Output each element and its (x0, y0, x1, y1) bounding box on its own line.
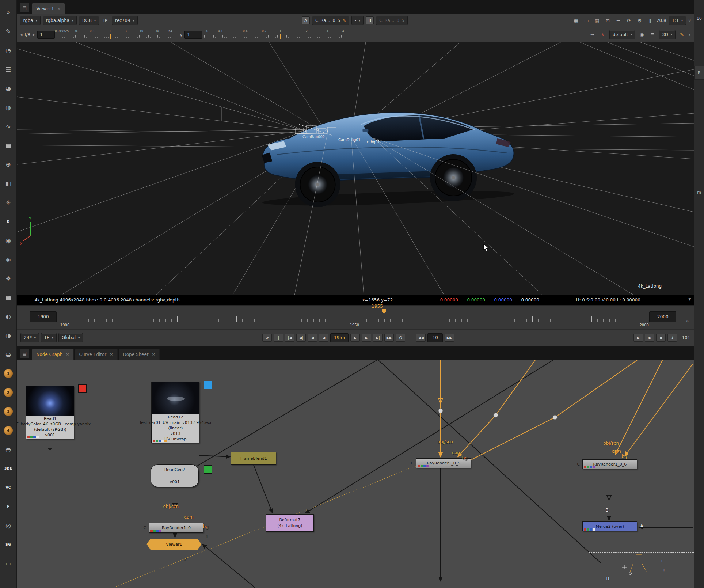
draw-icon[interactable]: ✎ (1, 22, 16, 41)
timeline-collapse-chevrons-icon[interactable]: » (685, 320, 690, 322)
save-range-button[interactable]: ↓ (667, 334, 677, 342)
frame-marker-button[interactable]: | (274, 334, 283, 342)
node-reformat7[interactable]: Reformat7 (4k_Latlong) (266, 514, 314, 532)
sphere-icon[interactable]: ◓ (1, 440, 16, 459)
prev-frame-button[interactable]: ◀ (319, 334, 328, 342)
roi-icon[interactable]: # (599, 30, 607, 39)
render-sphere2-icon[interactable]: ◑ (1, 326, 16, 345)
pane-menu-icon[interactable]: ▤ (20, 3, 29, 12)
gain-input[interactable]: 1 (37, 31, 55, 39)
render-sphere3-icon[interactable]: ◒ (1, 345, 16, 364)
3d-icon[interactable]: ◧ (1, 174, 16, 193)
play-backward-button[interactable]: ◀ (308, 334, 317, 342)
sync-icon[interactable]: ⟳ (625, 16, 633, 25)
layer-list-icon[interactable]: ☰ (614, 16, 623, 25)
step-forward-button[interactable]: ▶▶ (445, 334, 454, 342)
node-read1[interactable]: Read1 DIFF_bodyColor_4K_sRGB...comp.yann… (26, 386, 74, 439)
range-mode-dropdown[interactable]: Global▾ (58, 333, 83, 342)
wipe-mode-dropdown[interactable]: -▾ (351, 16, 364, 25)
pause-icon[interactable]: ‖ (646, 16, 654, 25)
edit-pencil-icon[interactable]: ✎ (678, 30, 686, 39)
view-default-dropdown[interactable]: default▾ (609, 30, 635, 39)
frame-input-icon[interactable]: ⇥ (588, 30, 597, 39)
tab-node-graph[interactable]: Node Graph × (32, 349, 73, 360)
flipbook-button[interactable]: ▶ (633, 334, 643, 342)
frame-step-input[interactable]: 10 (427, 333, 443, 342)
dot-node[interactable] (438, 409, 557, 420)
checkerboard-icon[interactable]: ▦ (572, 16, 580, 25)
close-icon[interactable]: × (57, 6, 61, 11)
archive-icon[interactable]: ▦ (1, 288, 16, 307)
ip-toggle[interactable]: IP (101, 16, 110, 25)
view-mode-dropdown[interactable]: 3D▾ (659, 30, 676, 39)
target-icon[interactable]: ◎ (1, 516, 16, 535)
vc-icon[interactable]: VC (1, 478, 16, 497)
node-readgeo2[interactable]: ReadGeo2 v001 (151, 464, 199, 487)
metadata-icon[interactable]: ◈ (1, 250, 16, 269)
display-channel-dropdown[interactable]: RGB▾ (79, 16, 99, 25)
gamma-input[interactable]: 1 (184, 31, 202, 39)
selection-marquee[interactable]: ⋮ ⋮ B (589, 552, 694, 587)
gamma-slider[interactable]: 0 0.1 0.4 0.7 1 2 3 4 (204, 30, 350, 40)
prev-keyframe-button[interactable]: ◀| (296, 334, 306, 342)
deep-icon[interactable]: D (1, 212, 16, 231)
3de-icon[interactable]: 3DE (1, 459, 16, 478)
node-rayrender1-0-6[interactable]: C RayRender1_0_6 (582, 459, 637, 469)
collapse-chevrons-icon[interactable]: » (687, 33, 692, 36)
format-frame-icon[interactable]: ▭ (582, 16, 591, 25)
fstop-prev-icon[interactable]: ◀ (20, 33, 22, 37)
merge-icon[interactable]: ▤ (1, 136, 16, 155)
step-back-button[interactable]: ◀◀ (416, 334, 426, 342)
shell2-icon[interactable]: 2 (1, 383, 16, 402)
fstop-next-icon[interactable]: ▶ (33, 33, 35, 37)
node-merge2[interactable]: Merge2 (over) (582, 521, 637, 531)
wipe-icon[interactable]: ▨ (593, 16, 601, 25)
render-sphere-icon[interactable]: ◐ (1, 307, 16, 326)
timeline-ruler[interactable]: 1955 (59, 316, 650, 322)
sg-icon[interactable]: SG (1, 535, 16, 554)
timeline[interactable]: 1900 2000 1955 1900 1950 2000 » (17, 305, 694, 329)
shell3-icon[interactable]: 3 (1, 402, 16, 421)
shell1-icon[interactable]: 1 (1, 364, 16, 383)
shell4-icon[interactable]: 4 (1, 421, 16, 440)
input-b-chip[interactable]: B (366, 16, 374, 24)
lut-dropdown[interactable]: rec709▾ (112, 16, 138, 25)
filter-icon[interactable]: ◍ (1, 98, 16, 117)
node-read12[interactable]: Read12 Test_car01_UV_main_v013.1954.exr … (151, 382, 199, 443)
paint-icon[interactable]: ❖ (1, 269, 16, 288)
mask-overlay-icon[interactable]: ≣ (648, 30, 657, 39)
node-graph-canvas[interactable]: Read1 DIFF_bodyColor_4K_sRGB...comp.yann… (17, 360, 694, 588)
range-end-input[interactable]: 2000 (649, 311, 676, 322)
viewer-3d-viewport[interactable]: CamRab002 CamD_bg01 c_bg01 Y X 4k_Latlon… (17, 42, 694, 295)
time-icon[interactable]: ◔ (1, 41, 16, 60)
goto-start-button[interactable]: |◀ (285, 334, 294, 342)
current-frame-input[interactable]: 1955 (330, 333, 349, 342)
next-keyframe-button[interactable]: ▶| (373, 334, 383, 342)
fps-dropdown[interactable]: 24*▾ (20, 333, 39, 342)
next-frame-button[interactable]: ▶ (350, 334, 360, 342)
particles-icon[interactable]: ✳ (1, 193, 16, 212)
node-rayrender1-0[interactable]: C RayRender1_0 (149, 523, 203, 533)
render-button[interactable]: ◉ (645, 334, 654, 342)
close-icon[interactable]: × (152, 352, 155, 357)
infobar-caret-icon[interactable]: ▼ (688, 297, 691, 301)
gain-slider-handle[interactable] (110, 34, 111, 39)
channel-icon[interactable]: ☰ (1, 60, 16, 79)
tab-curve-editor[interactable]: Curve Editor × (75, 349, 118, 360)
right-edge-tab[interactable]: R (694, 66, 704, 80)
tab-viewer1[interactable]: Viewer1 × (32, 3, 65, 14)
gamma-slider-handle[interactable] (280, 34, 281, 39)
lock-range-button[interactable]: ▪ (656, 334, 666, 342)
folder-icon[interactable]: ▭ (1, 554, 16, 573)
node-frameblend1[interactable]: FrameBlend1 (231, 452, 276, 465)
color-icon[interactable]: ◕ (1, 79, 16, 98)
tab-dope-sheet[interactable]: Dope Sheet × (119, 349, 160, 360)
tf-dropdown[interactable]: TF▾ (41, 333, 57, 342)
collapse-chevrons-icon[interactable]: » (687, 19, 692, 22)
range-start-input[interactable]: 1900 (30, 311, 57, 322)
f-icon[interactable]: F (1, 497, 16, 516)
person-view-icon[interactable]: ◉ (638, 30, 646, 39)
channels-dropdown[interactable]: rgba▾ (20, 16, 40, 25)
gain-slider[interactable]: 0.015625 0.1 0.3 1 3 10 30 64 (57, 30, 178, 40)
pane-menu-icon[interactable]: ▤ (20, 349, 29, 358)
